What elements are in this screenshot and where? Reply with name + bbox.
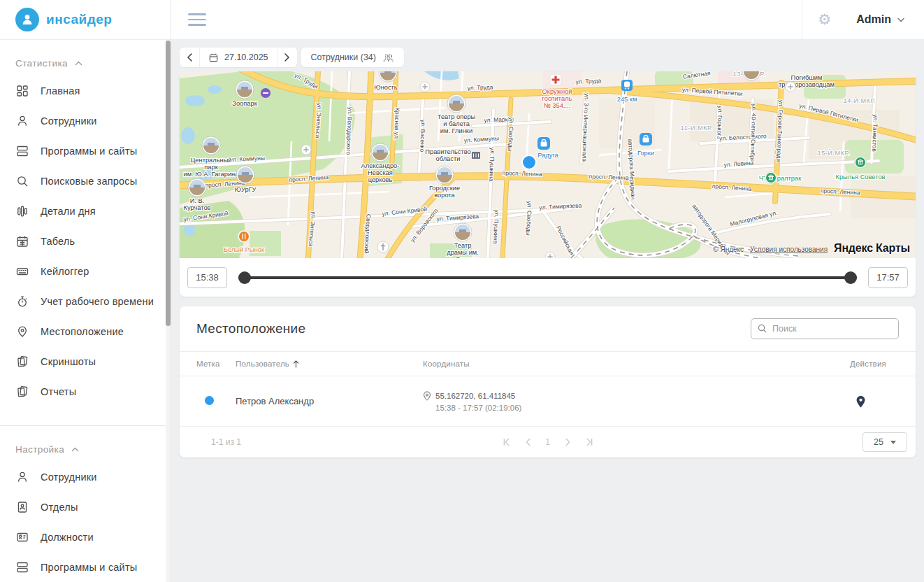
time-start-input[interactable]: 15:38 (187, 267, 227, 288)
employees-filter-button[interactable]: Сотрудники (34) (301, 48, 404, 67)
sidebar-item[interactable]: Главная (0, 76, 171, 106)
date-display[interactable]: 27.10.2025 (199, 48, 277, 67)
bars-icon (15, 204, 29, 218)
sidebar-item[interactable]: Должности (0, 522, 171, 552)
map-label: Радуга (537, 152, 558, 159)
map-poi-photo[interactable] (371, 143, 389, 162)
map-poi-plus[interactable] (420, 82, 430, 92)
map-label: ул. Танкистов (871, 114, 879, 152)
map-poi-market[interactable] (238, 231, 250, 243)
map-poi-photo[interactable] (202, 136, 220, 155)
map-poi-green[interactable] (765, 172, 777, 184)
column-header-mark[interactable]: Метка (196, 360, 236, 368)
sidebar-item[interactable]: Отчеты (0, 376, 171, 406)
sidebar-item[interactable]: Местоположение (0, 316, 171, 346)
search-icon (15, 174, 29, 188)
slider-handle-start[interactable] (238, 271, 251, 284)
sidebar-item[interactable]: Детали дня (0, 196, 171, 226)
pagination-range-label: 1-1 из 1 (211, 437, 241, 447)
sidebar-section-label: Настройка (15, 444, 64, 455)
sidebar-item[interactable]: Отделы (0, 492, 171, 522)
sidebar-item[interactable]: Программы и сайты (0, 552, 171, 582)
table-header-row: Метка Пользователь Координаты Действия (180, 351, 916, 376)
search-input[interactable] (751, 318, 899, 339)
chevron-up-icon (71, 447, 79, 452)
sidebar-section-header[interactable]: Статистика (0, 40, 171, 76)
sidebar-item-label: Детали дня (41, 206, 96, 217)
sidebar-item[interactable]: Табель (0, 226, 171, 256)
date-toolbar: 27.10.2025 Сотрудники (34) (180, 48, 916, 67)
prev-day-button[interactable] (180, 48, 199, 67)
sidebar-item[interactable]: Сотрудники (0, 106, 171, 136)
settings-section: ⚙ (802, 0, 846, 39)
caret-down-icon (890, 441, 896, 444)
table-body: Петров Александр55.162720, 61.41184515:3… (180, 376, 916, 427)
sidebar-section-label: Статистика (15, 58, 68, 69)
sidebar-item-label: Сотрудники (41, 471, 97, 483)
sidebar-item[interactable]: Учет рабочего времени (0, 286, 171, 316)
table-row[interactable]: Петров Александр55.162720, 61.41184515:3… (180, 376, 916, 427)
pagination-bar: 1-1 из 1 1 25 (180, 427, 916, 457)
map-poi-photo[interactable] (435, 166, 454, 184)
sidebar-item-label: Поисковые запросы (41, 176, 137, 187)
map-poi-photo[interactable] (236, 166, 254, 184)
rows-icon (15, 560, 29, 574)
next-day-button[interactable] (277, 48, 297, 67)
next-page-button[interactable] (559, 434, 576, 450)
show-on-map-button[interactable] (856, 395, 866, 408)
map-poi-rail[interactable] (621, 80, 633, 91)
yandex-maps-logo[interactable]: Яндекс Карты (834, 242, 910, 255)
sidebar-item[interactable]: Кейлоггер (0, 256, 171, 286)
map-poi-metro[interactable] (261, 88, 270, 98)
column-header-user[interactable]: Пользователь (236, 360, 423, 368)
employee-location-dot[interactable] (522, 155, 536, 169)
chevron-up-icon (75, 61, 82, 66)
map-poi-green[interactable] (855, 157, 867, 169)
map-label: ул. Пушкина (492, 210, 500, 244)
sidebar-item[interactable]: Сотрудники (0, 462, 171, 492)
sidebar-scrollbar-thumb[interactable] (166, 41, 171, 326)
map-label: 14-Й МКР. (844, 97, 876, 104)
column-header-coordinates[interactable]: Координаты (423, 360, 822, 368)
user-menu-label: Admin (856, 13, 891, 26)
current-page-label: 1 (542, 437, 554, 447)
content: 27.10.2025 Сотрудники (34) ул. Трудаул. … (171, 40, 924, 582)
user-icon (15, 470, 29, 484)
map-poi-photo[interactable] (447, 94, 465, 113)
sidebar-item[interactable]: Скриншоты (0, 346, 171, 376)
slider-handle-end[interactable] (844, 271, 857, 284)
map-label: 11-Й МКР. (681, 124, 713, 132)
first-page-button[interactable] (498, 434, 514, 450)
prev-page-button[interactable] (520, 434, 537, 450)
map-poi-mall[interactable] (537, 137, 550, 150)
map-terms-link[interactable]: Условия использования (750, 246, 828, 253)
user-menu[interactable]: Admin (846, 0, 924, 39)
map-poi-mall[interactable] (640, 133, 652, 146)
menu-toggle-button[interactable] (185, 10, 209, 29)
sidebar-item[interactable]: Программы и сайты (0, 136, 171, 166)
map-poi-plus[interactable] (545, 252, 555, 258)
slider-track[interactable] (238, 276, 857, 279)
sidebar-nav: СтатистикаГлавнаяСотрудникиПрограммы и с… (0, 40, 171, 582)
map-poi-plus[interactable] (301, 145, 311, 155)
yandex-map-canvas[interactable]: ул. Трудаул. Трудаул. Трудаул. Первой Пя… (180, 71, 916, 258)
sidebar-item[interactable]: Поисковые запросы (0, 166, 171, 196)
map-poi-gov[interactable] (472, 152, 480, 159)
time-range-slider[interactable] (238, 271, 857, 285)
logo[interactable]: инсайдер (0, 0, 171, 40)
map-poi-photo[interactable] (236, 80, 254, 99)
time-end-input[interactable]: 17:57 (868, 267, 908, 288)
search-icon (757, 323, 767, 336)
map[interactable]: ул. Трудаул. Трудаул. Трудаул. Первой Пя… (180, 71, 916, 258)
settings-gear-icon[interactable]: ⚙ (818, 13, 831, 27)
map-poi-church[interactable] (377, 241, 389, 253)
map-label: ул. Труда (467, 83, 493, 91)
map-poi-hospital[interactable] (550, 74, 561, 85)
badge-icon (15, 530, 29, 544)
sidebar-section-header[interactable]: Настройка (0, 426, 171, 462)
map-poi-photo[interactable] (454, 223, 472, 241)
map-poi-plus[interactable] (786, 82, 795, 92)
last-page-button[interactable] (582, 434, 598, 450)
page-size-select[interactable]: 25 (862, 432, 907, 452)
map-poi-photo[interactable] (188, 178, 206, 197)
